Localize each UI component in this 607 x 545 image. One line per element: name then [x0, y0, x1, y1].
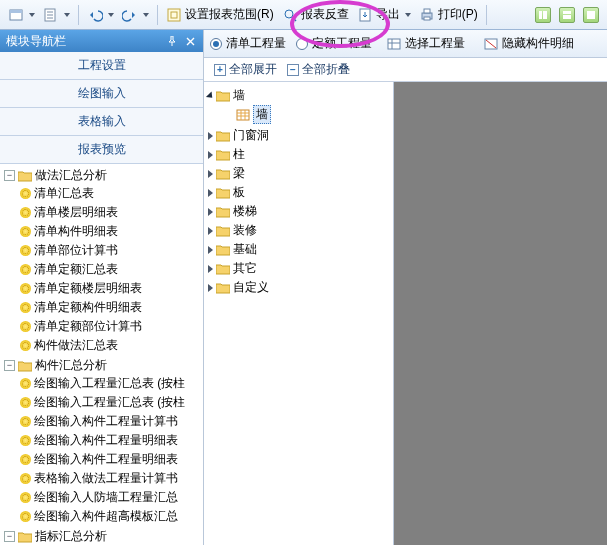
folder-icon: [216, 263, 230, 275]
chevron-down-icon: [29, 13, 35, 17]
radio-quota[interactable]: 定额工程量: [296, 35, 372, 52]
gear-icon: [20, 283, 31, 294]
gear-icon: [20, 226, 31, 237]
set-report-range-button[interactable]: 设置报表范围(R): [162, 4, 278, 25]
tree-item[interactable]: 清单构件明细表: [20, 223, 203, 240]
chevron-right-icon[interactable]: [208, 227, 213, 235]
gear-icon: [20, 435, 31, 446]
gear-icon: [20, 245, 31, 256]
svg-rect-14: [587, 11, 595, 19]
svg-rect-1: [10, 10, 22, 13]
undo-button[interactable]: [83, 5, 118, 25]
window-btn-3[interactable]: [579, 5, 603, 25]
right-panel: 清单工程量 定额工程量 选择工程量 隐藏构件明细 +全部展开 −全部折叠 墙 墙…: [204, 30, 607, 545]
tree-item[interactable]: 表格输入做法工程量计算书: [20, 470, 203, 487]
hide-icon: [483, 36, 499, 52]
nav-settings[interactable]: 工程设置: [0, 52, 203, 80]
tree-group-index[interactable]: −指标汇总分析: [4, 528, 203, 545]
tree-item[interactable]: 板: [208, 184, 391, 201]
folder-icon: [216, 282, 230, 294]
tree-item[interactable]: 绘图输入工程量汇总表 (按柱: [20, 394, 203, 411]
tree-item[interactable]: 清单楼层明细表: [20, 204, 203, 221]
gear-icon: [20, 302, 31, 313]
collapse-icon[interactable]: −: [4, 170, 15, 181]
svg-rect-13: [563, 15, 571, 19]
tree-item[interactable]: 清单定额汇总表: [20, 261, 203, 278]
svg-rect-12: [563, 11, 571, 14]
tree-item[interactable]: 其它: [208, 260, 391, 277]
chevron-right-icon[interactable]: [208, 265, 213, 273]
redo-button[interactable]: [118, 5, 153, 25]
gear-icon: [20, 473, 31, 484]
window-btn-2[interactable]: [555, 5, 579, 25]
tree-item[interactable]: 清单定额构件明细表: [20, 299, 203, 316]
tree-item[interactable]: 清单定额部位计算书: [20, 318, 203, 335]
tree-item[interactable]: 清单部位计算书: [20, 242, 203, 259]
gear-icon: [20, 416, 31, 427]
tree-item[interactable]: 绘图输入构件超高模板汇总: [20, 508, 203, 525]
tree-item[interactable]: 清单定额楼层明细表: [20, 280, 203, 297]
chevron-down-icon[interactable]: [206, 91, 215, 100]
tree-item[interactable]: 绘图输入构件工程量明细表: [20, 451, 203, 468]
hide-detail-button[interactable]: 隐藏构件明细: [479, 33, 578, 54]
tree-item[interactable]: 柱: [208, 146, 391, 163]
tree-item[interactable]: 基础: [208, 241, 391, 258]
pin-icon[interactable]: [165, 34, 179, 48]
gear-icon: [20, 340, 31, 351]
svg-rect-10: [539, 11, 542, 19]
tree-item[interactable]: 绘图输入构件工程量明细表: [20, 432, 203, 449]
window-btn-1[interactable]: [531, 5, 555, 25]
gear-icon: [20, 397, 31, 408]
chevron-right-icon[interactable]: [208, 151, 213, 159]
tree-item[interactable]: 装修: [208, 222, 391, 239]
print-button[interactable]: 打印(P): [415, 4, 482, 25]
tree-item[interactable]: 清单汇总表: [20, 185, 203, 202]
tree-item[interactable]: 门窗洞: [208, 127, 391, 144]
collapse-all-button[interactable]: −全部折叠: [283, 60, 354, 79]
chevron-right-icon[interactable]: [208, 284, 213, 292]
nav-report-preview[interactable]: 报表预览: [0, 136, 203, 164]
tree-item[interactable]: 梁: [208, 165, 391, 182]
close-icon[interactable]: [183, 34, 197, 48]
panel-header: 模块导航栏: [0, 30, 203, 52]
chevron-right-icon[interactable]: [208, 170, 213, 178]
qty-toolbar: 清单工程量 定额工程量 选择工程量 隐藏构件明细: [204, 30, 607, 58]
svg-rect-9: [424, 17, 430, 20]
chevron-right-icon[interactable]: [208, 246, 213, 254]
folder-icon: [216, 168, 230, 180]
tree-item[interactable]: 构件做法汇总表: [20, 337, 203, 354]
collapse-icon[interactable]: −: [4, 531, 15, 542]
component-tree: 墙 墙 门窗洞 柱 梁 板 楼梯 装修 基础 其它 自定义: [204, 82, 394, 545]
select-qty-button[interactable]: 选择工程量: [382, 33, 469, 54]
chevron-right-icon[interactable]: [208, 208, 213, 216]
chevron-right-icon[interactable]: [208, 189, 213, 197]
print-label: 打印(P): [438, 6, 478, 23]
chevron-right-icon[interactable]: [208, 132, 213, 140]
tree-item[interactable]: 绘图输入构件工程量计算书: [20, 413, 203, 430]
radio-qingdan[interactable]: 清单工程量: [210, 35, 286, 52]
svg-rect-3: [168, 9, 180, 21]
tree-group-practice[interactable]: −做法汇总分析: [4, 167, 203, 184]
gear-icon: [20, 207, 31, 218]
tree-item-wall[interactable]: 墙: [222, 105, 391, 124]
nav-table-input[interactable]: 表格输入: [0, 108, 203, 136]
svg-rect-11: [543, 11, 547, 19]
export-button[interactable]: 导出: [353, 4, 415, 25]
nav-draw-input[interactable]: 绘图输入: [0, 80, 203, 108]
tree-root-wall[interactable]: 墙: [208, 87, 391, 104]
report-check-button[interactable]: 报表反查: [278, 4, 353, 25]
radio-icon: [296, 38, 308, 50]
tree-group-component[interactable]: −构件汇总分析: [4, 357, 203, 374]
tree-item[interactable]: 楼梯: [208, 203, 391, 220]
folder-icon: [216, 225, 230, 237]
toolbar-ico-2[interactable]: [39, 5, 74, 25]
tree-item[interactable]: 绘图输入人防墙工程量汇总: [20, 489, 203, 506]
minus-icon: −: [287, 64, 299, 76]
tree-item[interactable]: 自定义: [208, 279, 391, 296]
collapse-icon[interactable]: −: [4, 360, 15, 371]
tree-item[interactable]: 绘图输入工程量汇总表 (按柱: [20, 375, 203, 392]
toolbar-ico-1[interactable]: [4, 5, 39, 25]
expand-all-button[interactable]: +全部展开: [210, 60, 281, 79]
folder-icon: [216, 149, 230, 161]
preview-area: [394, 82, 607, 545]
